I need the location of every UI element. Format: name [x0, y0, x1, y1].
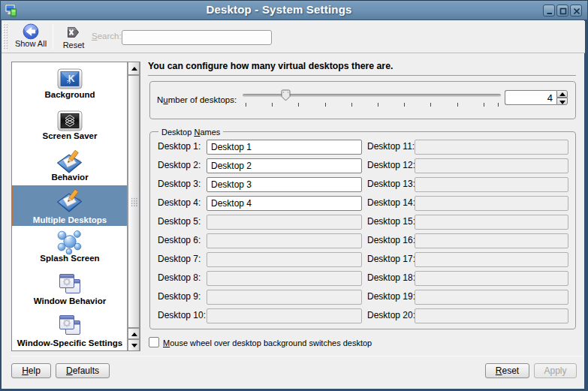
- svg-text:K: K: [68, 74, 75, 84]
